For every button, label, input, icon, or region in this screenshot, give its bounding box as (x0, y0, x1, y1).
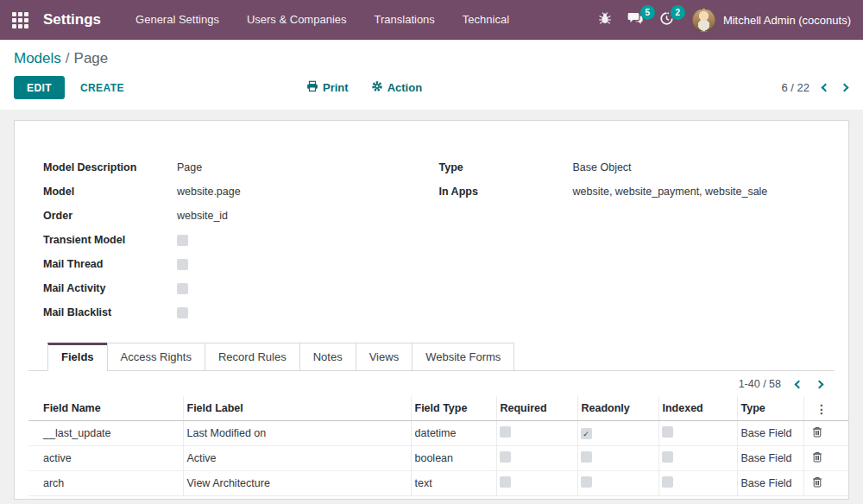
apps-menu-button[interactable] (0, 0, 40, 40)
menu-users-companies[interactable]: Users & Companies (233, 0, 361, 40)
column-header-type[interactable]: Type (737, 396, 803, 421)
transient-model-checkbox (177, 235, 188, 246)
indexed-checkbox (662, 476, 673, 488)
navbar-right: 5 2 Mitchell Admin (coconuts) (590, 6, 851, 35)
optional-columns-icon[interactable]: ⋮ (816, 401, 828, 417)
user-name: Mitchell Admin (coconuts) (723, 14, 851, 27)
control-panel: Models/Page EDIT CREATE Print (0, 40, 863, 110)
current-app-name[interactable]: Settings (43, 11, 101, 28)
print-menu[interactable]: Print (306, 80, 349, 95)
delete-row-button[interactable] (812, 476, 822, 488)
cell-field-name: active (28, 446, 183, 471)
field-label: Mail Blacklist (43, 306, 177, 318)
cell-field-type: boolean (411, 446, 496, 471)
field-row[interactable]: arch View Architecture text Base Field (28, 471, 848, 496)
type-value: Base Object (573, 161, 632, 173)
column-header-readonly[interactable]: Readonly (577, 396, 658, 421)
required-checkbox (500, 476, 511, 488)
activities-button[interactable]: 2 (652, 6, 682, 35)
mail-blacklist-checkbox (177, 307, 188, 318)
column-header-field-name[interactable]: Field Name (28, 396, 183, 421)
messages-button[interactable]: 5 (620, 6, 652, 35)
gear-icon (371, 80, 383, 95)
required-checkbox (500, 451, 511, 463)
notebook: Fields Access Rights Record Rules Notes … (28, 343, 835, 496)
cell-field-type: text (411, 471, 496, 496)
cell-field-label: Last Modified on (183, 421, 411, 446)
record-pager: 6 / 22 (781, 81, 849, 94)
create-button[interactable]: CREATE (80, 82, 124, 94)
user-avatar (692, 9, 715, 32)
list-header-row: Field Name Field Label Field Type Requir… (28, 396, 848, 421)
tab-website-forms[interactable]: Website Forms (412, 343, 514, 371)
column-header-field-type[interactable]: Field Type (411, 396, 496, 421)
next-record-button[interactable] (841, 84, 849, 92)
fields-list: ⋮ Field Name Field Label Field Type Requ… (28, 396, 835, 496)
field-label: Model (43, 186, 177, 198)
edit-button[interactable]: EDIT (14, 76, 65, 99)
list-next-page-button[interactable] (816, 380, 824, 388)
list-pager: 1-40 / 58 (28, 371, 835, 396)
tab-access-rights[interactable]: Access Rights (107, 343, 205, 371)
field-label: Type (439, 161, 573, 173)
field-label: Mail Activity (43, 282, 177, 294)
cell-field-name: __last_update (28, 421, 183, 446)
menu-general-settings[interactable]: General Settings (122, 0, 233, 40)
action-menus: Print Action (306, 80, 422, 95)
app-menus: General Settings Users & Companies Trans… (122, 0, 523, 40)
cell-field-label: View Architecture (183, 471, 411, 496)
action-menu[interactable]: Action (371, 80, 422, 95)
cell-field-label: Active (183, 446, 411, 471)
notebook-tabs: Fields Access Rights Record Rules Notes … (28, 343, 835, 371)
form-left-column: Model DescriptionPage Modelwebsite.page … (43, 155, 439, 324)
required-checkbox (500, 426, 511, 438)
indexed-checkbox (662, 451, 673, 463)
readonly-checkbox (581, 476, 592, 488)
field-row[interactable]: __last_update Last Modified on datetime … (28, 421, 848, 446)
cell-field-type: datetime (411, 421, 496, 446)
user-menu[interactable]: Mitchell Admin (coconuts) (692, 9, 851, 32)
field-label: In Apps (439, 186, 573, 198)
menu-technical[interactable]: Technical (449, 0, 523, 40)
top-navbar: Settings General Settings Users & Compan… (0, 0, 863, 40)
column-header-field-label[interactable]: Field Label (183, 396, 411, 421)
bug-icon (598, 11, 612, 28)
apps-grid-icon (12, 12, 28, 28)
activities-badge: 2 (671, 5, 685, 20)
content-area: Model DescriptionPage Modelwebsite.page … (0, 110, 863, 504)
tab-record-rules[interactable]: Record Rules (205, 343, 300, 371)
model-value: website.page (177, 186, 241, 198)
control-panel-buttons: EDIT CREATE Print (14, 76, 849, 99)
breadcrumb: Models/Page (14, 47, 849, 76)
debug-button[interactable] (590, 6, 620, 34)
record-pager-value[interactable]: 6 / 22 (781, 81, 809, 94)
tab-notes[interactable]: Notes (299, 343, 356, 371)
breadcrumb-models-link[interactable]: Models (14, 50, 61, 66)
list-pager-value[interactable]: 1-40 / 58 (739, 378, 781, 390)
tab-views[interactable]: Views (356, 343, 413, 371)
delete-row-button[interactable] (812, 451, 822, 463)
column-header-required[interactable]: Required (496, 396, 577, 421)
odoo-window: Settings General Settings Users & Compan… (0, 0, 863, 504)
model-description-value: Page (177, 161, 202, 173)
previous-record-button[interactable] (822, 84, 830, 92)
field-label: Mail Thread (43, 258, 177, 270)
field-label: Transient Model (43, 234, 177, 246)
mail-thread-checkbox (177, 259, 188, 270)
menu-translations[interactable]: Translations (361, 0, 449, 40)
list-previous-page-button[interactable] (795, 380, 803, 388)
printer-icon (306, 80, 318, 95)
delete-row-button[interactable] (812, 426, 822, 438)
cell-field-name: arch (28, 471, 183, 496)
field-row[interactable]: active Active boolean Base Field (28, 446, 848, 471)
cell-type: Base Field (737, 421, 803, 446)
readonly-checkbox (581, 428, 592, 439)
indexed-checkbox (662, 426, 673, 438)
column-header-indexed[interactable]: Indexed (658, 396, 737, 421)
readonly-checkbox (581, 451, 592, 463)
in-apps-value: website, website_payment, website_sale (573, 186, 768, 198)
model-form: Model DescriptionPage Modelwebsite.page … (28, 155, 835, 324)
tab-fields[interactable]: Fields (47, 343, 108, 371)
breadcrumb-separator: / (61, 50, 74, 66)
order-value: website_id (177, 210, 228, 222)
